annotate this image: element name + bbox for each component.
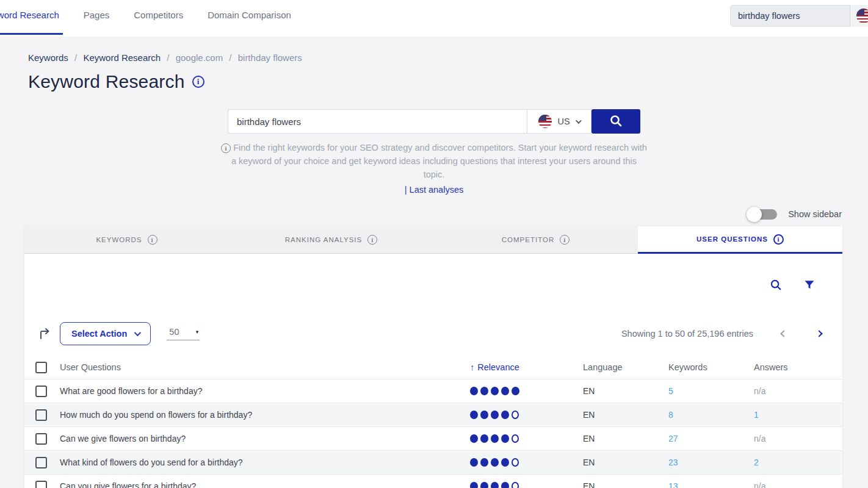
sort-asc-icon: ↑ xyxy=(470,362,474,372)
user-question-text: Can we give flowers on birthday? xyxy=(60,434,470,443)
relevance-dot-filled xyxy=(491,434,499,443)
show-sidebar-label: Show sidebar xyxy=(788,209,842,219)
user-question-text: What are good flowers for a birthday? xyxy=(60,386,470,396)
relevance-dots xyxy=(470,434,583,443)
help-info-icon: i xyxy=(221,143,231,153)
tab-info-icon[interactable]: i xyxy=(148,235,157,245)
relevance-dots xyxy=(470,482,583,488)
us-flag-icon xyxy=(538,115,552,128)
keywords-count-link[interactable]: 13 xyxy=(668,481,678,488)
header-relevance[interactable]: ↑ Relevance xyxy=(470,362,583,372)
keyword-search-input[interactable] xyxy=(228,109,527,134)
row-checkbox[interactable] xyxy=(35,457,47,468)
relevance-dots xyxy=(470,458,583,467)
page-size-value: 50 xyxy=(169,327,179,337)
breadcrumb-keyword-research[interactable]: Keyword Research xyxy=(83,52,161,63)
language-value: EN xyxy=(583,410,668,420)
table-row: Can you give flowers for a birthday? EN … xyxy=(24,474,842,488)
header-answers[interactable]: Answers xyxy=(754,362,842,372)
tab-label: COMPETITOR xyxy=(502,236,554,243)
table-row: What are good flowers for a birthday? EN… xyxy=(24,379,842,403)
user-question-text: What kind of flowers do you send for a b… xyxy=(60,458,470,467)
relevance-dot-filled xyxy=(480,458,488,467)
user-question-text: Can you give flowers for a birthday? xyxy=(60,481,470,488)
country-flag-segment[interactable] xyxy=(850,5,868,27)
last-analyses-link[interactable]: | Last analyses xyxy=(25,185,843,195)
title-info-icon[interactable]: i xyxy=(192,76,204,88)
row-checkbox[interactable] xyxy=(35,409,47,421)
keywords-count-link[interactable]: 23 xyxy=(668,458,678,467)
table-row: What kind of flowers do you send for a b… xyxy=(24,450,842,474)
search-button[interactable] xyxy=(591,109,640,134)
keywords-count-link[interactable]: 5 xyxy=(668,386,673,396)
show-sidebar-toggle[interactable] xyxy=(748,209,777,220)
tab-user-questions[interactable]: USER QUESTIONS i xyxy=(638,226,842,254)
relevance-dot-filled xyxy=(501,387,509,395)
tab-info-icon[interactable]: i xyxy=(560,235,570,245)
table-header-row: User Questions ↑ Relevance Language Keyw… xyxy=(24,356,842,379)
showing-entries-text: Showing 1 to 50 of 25,196 entries xyxy=(621,329,753,339)
page-title: Keyword Research xyxy=(28,71,185,92)
table-search-icon[interactable] xyxy=(769,278,783,292)
table-row: How much do you spend on flowers for a b… xyxy=(24,403,842,426)
header-keywords[interactable]: Keywords xyxy=(668,362,754,372)
header-user-questions[interactable]: User Questions xyxy=(60,362,470,372)
global-search-input[interactable] xyxy=(731,11,850,21)
breadcrumb-separator: / xyxy=(229,52,231,63)
country-selector[interactable]: US xyxy=(527,109,591,134)
row-checkbox[interactable] xyxy=(35,481,47,488)
tab-info-icon[interactable]: i xyxy=(367,235,377,245)
chevron-down-icon xyxy=(576,118,582,124)
relevance-dot-filled xyxy=(470,458,478,467)
filter-icon[interactable] xyxy=(803,279,816,291)
relevance-dot-outline xyxy=(512,434,519,443)
answers-count-link[interactable]: 2 xyxy=(754,458,842,467)
keywords-count-link[interactable]: 8 xyxy=(668,410,673,420)
relevance-dot-filled xyxy=(491,458,499,467)
relevance-dots xyxy=(470,411,583,419)
answers-count-link[interactable]: 1 xyxy=(754,410,842,420)
row-checkbox[interactable] xyxy=(35,386,47,397)
tab-keywords[interactable]: KEYWORDS i xyxy=(24,226,229,254)
header-language[interactable]: Language xyxy=(583,362,668,372)
nav-item-pages[interactable]: Pages xyxy=(84,10,110,35)
keywords-count-link[interactable]: 27 xyxy=(668,434,678,443)
breadcrumb-keyword: birthday flowers xyxy=(238,52,302,63)
breadcrumb-separator: / xyxy=(74,52,77,63)
prev-page-button[interactable] xyxy=(779,329,789,339)
select-action-dropdown[interactable]: Select Action xyxy=(60,322,151,345)
tab-ranking-analysis[interactable]: RANKING ANALYSIS i xyxy=(229,226,433,254)
relevance-dot-filled xyxy=(470,482,478,488)
select-all-checkbox[interactable] xyxy=(35,362,47,373)
relevance-dot-filled xyxy=(491,482,499,488)
breadcrumb-domain[interactable]: google.com xyxy=(176,52,223,63)
nav-item-competitors[interactable]: Competitors xyxy=(134,10,183,35)
answers-value: n/a xyxy=(754,386,842,396)
page-size-select[interactable]: 50 ▾ xyxy=(167,327,200,340)
next-page-button[interactable] xyxy=(814,329,824,339)
nav-item-domain-comparison[interactable]: Domain Comparison xyxy=(208,10,291,35)
answers-value: n/a xyxy=(754,481,842,488)
tab-competitor[interactable]: COMPETITOR i xyxy=(433,226,638,254)
row-checkbox[interactable] xyxy=(35,433,47,445)
relevance-dot-filled xyxy=(501,411,509,419)
export-arrow-icon[interactable] xyxy=(38,326,52,341)
language-value: EN xyxy=(583,481,668,488)
relevance-dot-filled xyxy=(470,411,478,419)
country-code-label: US xyxy=(557,117,570,126)
relevance-dots xyxy=(470,387,583,395)
nav-item-keyword-research[interactable]: Keyword Research xyxy=(0,10,59,35)
language-value: EN xyxy=(583,386,668,396)
tab-info-icon[interactable]: i xyxy=(773,234,784,245)
breadcrumb-keywords[interactable]: Keywords xyxy=(28,52,68,63)
search-icon xyxy=(609,113,623,130)
language-value: EN xyxy=(583,434,668,443)
relevance-dot-filled xyxy=(480,411,488,419)
chevron-right-icon xyxy=(816,330,822,337)
relevance-dot-filled xyxy=(501,482,509,488)
relevance-dot-outline xyxy=(512,411,519,419)
relevance-dot-filled xyxy=(491,387,499,395)
relevance-dot-filled xyxy=(470,434,478,443)
relevance-dot-filled xyxy=(480,482,488,488)
relevance-dot-outline xyxy=(512,482,519,488)
